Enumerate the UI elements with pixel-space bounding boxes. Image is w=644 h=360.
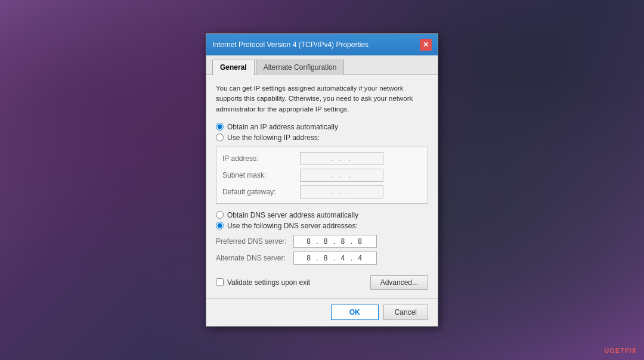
dialog-content: You can get IP settings assigned automat… xyxy=(206,75,438,298)
alternate-dns-input[interactable] xyxy=(293,252,377,265)
ip-fields-box: IP address: . . . Subnet mask: . . . Def… xyxy=(216,147,428,204)
title-bar: Internet Protocol Version 4 (TCP/IPv4) P… xyxy=(206,34,438,55)
ip-auto-radio[interactable] xyxy=(216,123,224,131)
description-text: You can get IP settings assigned automat… xyxy=(216,83,428,114)
dns-manual-radio-label[interactable]: Use the following DNS server addresses: xyxy=(216,222,428,230)
ip-auto-radio-label[interactable]: Obtain an IP address automatically xyxy=(216,123,428,131)
validate-label[interactable]: Validate settings upon exit xyxy=(216,278,310,287)
dialog-title: Internet Protocol Version 4 (TCP/IPv4) P… xyxy=(212,41,369,49)
ip-address-input[interactable]: . . . xyxy=(300,152,383,165)
watermark: UGETFIX xyxy=(604,347,637,354)
tab-bar: General Alternate Configuration xyxy=(206,55,438,75)
ip-address-label: IP address: xyxy=(222,154,300,163)
alternate-dns-row: Alternate DNS server: xyxy=(216,252,428,265)
dns-fields: Preferred DNS server: Alternate DNS serv… xyxy=(216,235,428,265)
dialog-footer: OK Cancel xyxy=(206,298,438,326)
preferred-dns-input[interactable] xyxy=(293,235,377,248)
tab-general[interactable]: General xyxy=(212,60,255,75)
bottom-section: Validate settings upon exit Advanced... xyxy=(216,273,428,290)
subnet-mask-row: Subnet mask: . . . xyxy=(222,169,422,182)
ok-button[interactable]: OK xyxy=(331,305,379,320)
default-gateway-input[interactable]: . . . xyxy=(300,185,383,198)
advanced-button[interactable]: Advanced... xyxy=(370,275,428,290)
watermark-suffix: FIX xyxy=(625,347,637,354)
tab-alternate-configuration[interactable]: Alternate Configuration xyxy=(256,60,345,75)
alternate-dns-label: Alternate DNS server: xyxy=(216,254,293,262)
subnet-mask-input[interactable]: . . . xyxy=(300,169,383,182)
ip-address-row: IP address: . . . xyxy=(222,152,422,165)
validate-checkbox[interactable] xyxy=(216,278,224,286)
dialog-window: Internet Protocol Version 4 (TCP/IPv4) P… xyxy=(206,33,438,327)
subnet-mask-label: Subnet mask: xyxy=(222,171,300,179)
dns-radio-group: Obtain DNS server address automatically … xyxy=(216,211,428,230)
dns-manual-radio[interactable] xyxy=(216,222,224,229)
watermark-prefix: UG xyxy=(604,347,615,354)
dns-auto-radio[interactable] xyxy=(216,211,224,219)
default-gateway-row: Default gateway: . . . xyxy=(222,185,422,198)
default-gateway-label: Default gateway: xyxy=(222,188,300,196)
cancel-button[interactable]: Cancel xyxy=(383,305,428,320)
ip-radio-group: Obtain an IP address automatically Use t… xyxy=(216,123,428,142)
close-button[interactable]: ✕ xyxy=(420,39,432,51)
watermark-accent: ET xyxy=(615,347,625,354)
preferred-dns-label: Preferred DNS server: xyxy=(216,237,293,246)
ip-manual-radio[interactable] xyxy=(216,134,224,141)
dns-auto-radio-label[interactable]: Obtain DNS server address automatically xyxy=(216,211,428,219)
ip-manual-radio-label[interactable]: Use the following IP address: xyxy=(216,134,428,142)
preferred-dns-row: Preferred DNS server: xyxy=(216,235,428,248)
